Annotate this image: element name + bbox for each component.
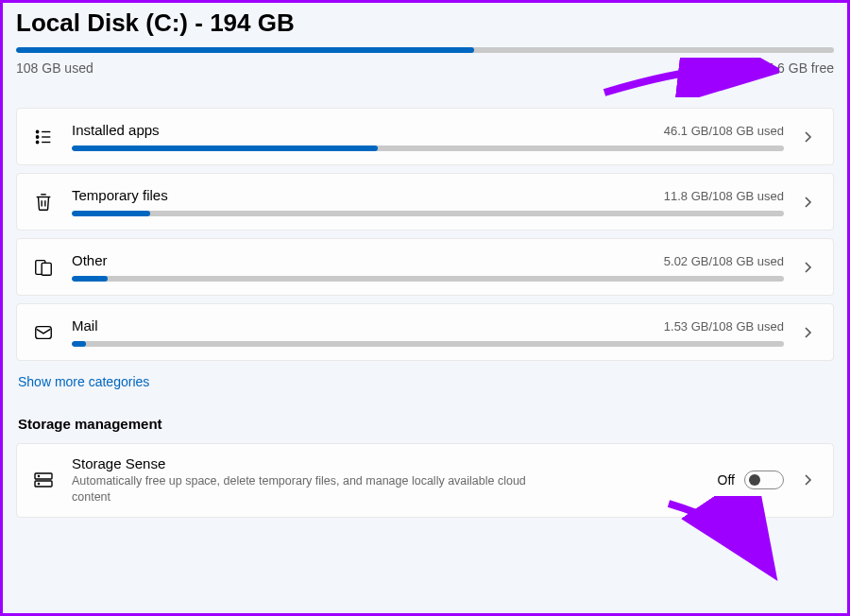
svg-point-12	[38, 484, 39, 485]
storage-sense-icon	[30, 467, 57, 493]
category-card-installed-apps[interactable]: Installed apps46.1 GB/108 GB used	[16, 108, 834, 165]
svg-point-11	[38, 476, 39, 477]
category-bar-fill	[72, 145, 378, 151]
category-bar-fill	[72, 211, 150, 216]
category-usage: 5.02 GB/108 GB used	[664, 254, 784, 268]
chevron-right-icon	[799, 128, 816, 145]
page-title: Local Disk (C:) - 194 GB	[16, 9, 834, 38]
category-card-other[interactable]: Other5.02 GB/108 GB used	[16, 238, 834, 296]
category-bar	[72, 276, 784, 282]
category-usage: 46.1 GB/108 GB used	[664, 124, 784, 138]
storage-sense-description: Automatically free up space, delete temp…	[72, 473, 563, 505]
used-label: 108 GB used	[16, 60, 94, 76]
storage-management-heading: Storage management	[18, 416, 834, 432]
category-card-mail[interactable]: Mail1.53 GB/108 GB used	[16, 303, 834, 361]
category-title: Temporary files	[72, 187, 168, 203]
svg-rect-7	[42, 263, 51, 275]
chevron-right-icon	[799, 324, 816, 341]
svg-point-2	[36, 141, 38, 143]
toggle-knob	[749, 474, 760, 486]
free-label: 85.6 GB free	[759, 60, 834, 76]
storage-sense-toggle[interactable]	[744, 471, 784, 489]
disk-usage-bar	[16, 47, 834, 53]
category-usage: 11.8 GB/108 GB used	[664, 189, 784, 203]
category-title: Mail	[72, 317, 98, 334]
svg-point-0	[36, 130, 38, 132]
disk-usage-stats: 108 GB used 85.6 GB free	[16, 60, 834, 76]
disk-usage-bar-fill	[16, 47, 474, 53]
category-bar-fill	[72, 276, 108, 282]
category-card-temporary-files[interactable]: Temporary files11.8 GB/108 GB used	[16, 173, 834, 231]
storage-sense-toggle-label: Off	[718, 472, 735, 488]
category-usage: 1.53 GB/108 GB used	[664, 319, 784, 334]
storage-sense-title: Storage Sense	[72, 455, 703, 471]
svg-point-1	[36, 135, 38, 137]
chevron-right-icon	[799, 471, 816, 488]
svg-rect-8	[36, 326, 52, 338]
storage-sense-row[interactable]: Storage Sense Automatically free up spac…	[16, 443, 834, 518]
category-bar	[72, 211, 784, 216]
category-title: Installed apps	[72, 122, 160, 138]
chevron-right-icon	[799, 259, 816, 276]
show-more-categories-link[interactable]: Show more categories	[18, 374, 834, 389]
mail-icon	[30, 319, 57, 346]
category-title: Other	[72, 252, 108, 268]
other-icon	[30, 254, 57, 281]
trash-icon	[30, 189, 57, 215]
category-bar	[72, 341, 784, 347]
chevron-right-icon	[799, 194, 816, 211]
category-bar	[72, 145, 784, 151]
apps-icon	[30, 124, 57, 150]
category-bar-fill	[72, 341, 86, 347]
